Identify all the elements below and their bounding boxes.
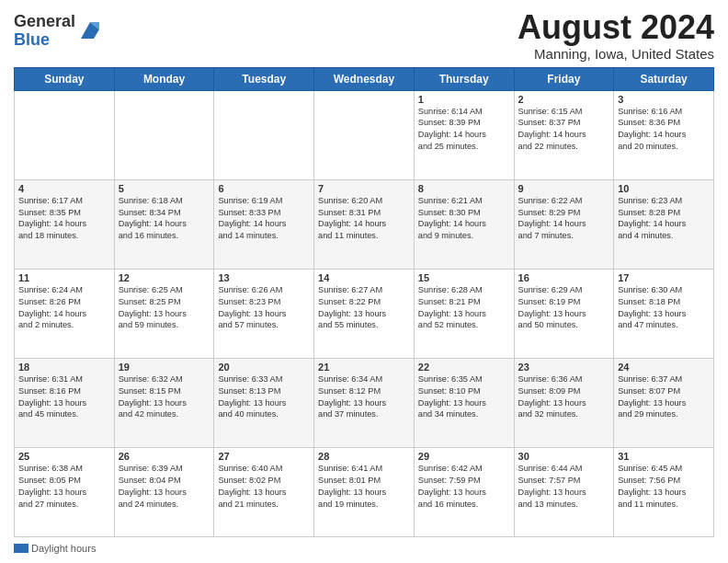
day-info: Sunrise: 6:40 AM Sunset: 8:02 PM Dayligh… [218, 463, 310, 511]
calendar-cell: 15Sunrise: 6:28 AM Sunset: 8:21 PM Dayli… [414, 269, 514, 358]
day-number: 21 [318, 362, 410, 373]
day-info: Sunrise: 6:37 AM Sunset: 8:07 PM Dayligh… [618, 373, 710, 421]
day-number: 9 [518, 183, 610, 194]
month-title: August 2024 [518, 9, 714, 46]
calendar-week-row: 18Sunrise: 6:31 AM Sunset: 8:16 PM Dayli… [15, 358, 714, 447]
day-number: 23 [518, 362, 610, 373]
weekday-header-row: SundayMondayTuesdayWednesdayThursdayFrid… [15, 67, 714, 90]
day-number: 16 [518, 272, 610, 283]
footer: Daylight hours [14, 543, 714, 554]
day-number: 27 [218, 451, 310, 462]
calendar-cell [214, 90, 314, 179]
calendar-cell: 8Sunrise: 6:21 AM Sunset: 8:30 PM Daylig… [414, 179, 514, 269]
logo-text: General Blue [14, 13, 75, 50]
calendar-cell: 16Sunrise: 6:29 AM Sunset: 8:19 PM Dayli… [514, 269, 614, 358]
day-number: 25 [18, 451, 110, 462]
calendar-cell: 10Sunrise: 6:23 AM Sunset: 8:28 PM Dayli… [614, 179, 714, 269]
day-info: Sunrise: 6:31 AM Sunset: 8:16 PM Dayligh… [18, 373, 110, 421]
day-info: Sunrise: 6:19 AM Sunset: 8:33 PM Dayligh… [218, 195, 310, 243]
calendar-week-row: 11Sunrise: 6:24 AM Sunset: 8:26 PM Dayli… [15, 269, 714, 358]
day-info: Sunrise: 6:36 AM Sunset: 8:09 PM Dayligh… [518, 373, 610, 421]
day-number: 8 [418, 183, 510, 194]
calendar-cell: 24Sunrise: 6:37 AM Sunset: 8:07 PM Dayli… [614, 358, 714, 447]
day-info: Sunrise: 6:26 AM Sunset: 8:23 PM Dayligh… [218, 284, 310, 332]
calendar-cell: 1Sunrise: 6:14 AM Sunset: 8:39 PM Daylig… [414, 90, 514, 179]
day-info: Sunrise: 6:29 AM Sunset: 8:19 PM Dayligh… [518, 284, 610, 332]
weekday-header: Friday [514, 67, 614, 90]
day-number: 30 [518, 451, 610, 462]
day-info: Sunrise: 6:21 AM Sunset: 8:30 PM Dayligh… [418, 195, 510, 243]
day-info: Sunrise: 6:17 AM Sunset: 8:35 PM Dayligh… [18, 195, 110, 243]
calendar-cell: 20Sunrise: 6:33 AM Sunset: 8:13 PM Dayli… [214, 358, 314, 447]
calendar-cell: 14Sunrise: 6:27 AM Sunset: 8:22 PM Dayli… [314, 269, 415, 358]
weekday-header: Sunday [15, 67, 115, 90]
calendar-cell: 2Sunrise: 6:15 AM Sunset: 8:37 PM Daylig… [514, 90, 614, 179]
day-number: 14 [318, 272, 410, 283]
day-number: 4 [18, 183, 110, 194]
day-info: Sunrise: 6:38 AM Sunset: 8:05 PM Dayligh… [18, 463, 110, 511]
day-info: Sunrise: 6:23 AM Sunset: 8:28 PM Dayligh… [618, 195, 710, 243]
day-number: 10 [618, 183, 710, 194]
day-number: 26 [119, 451, 210, 462]
day-info: Sunrise: 6:25 AM Sunset: 8:25 PM Dayligh… [119, 284, 210, 332]
calendar-cell: 27Sunrise: 6:40 AM Sunset: 8:02 PM Dayli… [214, 447, 314, 536]
day-info: Sunrise: 6:30 AM Sunset: 8:18 PM Dayligh… [618, 284, 710, 332]
calendar-week-row: 4Sunrise: 6:17 AM Sunset: 8:35 PM Daylig… [15, 179, 714, 269]
calendar-cell: 31Sunrise: 6:45 AM Sunset: 7:56 PM Dayli… [614, 447, 714, 536]
day-info: Sunrise: 6:41 AM Sunset: 8:01 PM Dayligh… [318, 463, 410, 511]
title-section: August 2024 Manning, Iowa, United States [518, 9, 714, 62]
legend-box [14, 544, 28, 553]
day-info: Sunrise: 6:34 AM Sunset: 8:12 PM Dayligh… [318, 373, 410, 421]
weekday-header: Saturday [614, 67, 714, 90]
day-number: 19 [119, 362, 210, 373]
day-number: 22 [418, 362, 510, 373]
calendar-cell: 18Sunrise: 6:31 AM Sunset: 8:16 PM Dayli… [15, 358, 115, 447]
day-number: 29 [418, 451, 510, 462]
day-number: 3 [618, 94, 710, 105]
weekday-header: Thursday [414, 67, 514, 90]
calendar-cell: 22Sunrise: 6:35 AM Sunset: 8:10 PM Dayli… [414, 358, 514, 447]
day-number: 12 [119, 272, 210, 283]
day-number: 7 [318, 183, 410, 194]
day-number: 20 [218, 362, 310, 373]
logo-blue-text: Blue [14, 31, 75, 50]
day-number: 28 [318, 451, 410, 462]
day-number: 1 [418, 94, 510, 105]
calendar-week-row: 25Sunrise: 6:38 AM Sunset: 8:05 PM Dayli… [15, 447, 714, 536]
day-info: Sunrise: 6:45 AM Sunset: 7:56 PM Dayligh… [618, 463, 710, 511]
day-info: Sunrise: 6:33 AM Sunset: 8:13 PM Dayligh… [218, 373, 310, 421]
day-info: Sunrise: 6:22 AM Sunset: 8:29 PM Dayligh… [518, 195, 610, 243]
calendar-cell [314, 90, 415, 179]
weekday-header: Wednesday [314, 67, 415, 90]
day-info: Sunrise: 6:14 AM Sunset: 8:39 PM Dayligh… [418, 106, 510, 154]
header: General Blue August 2024 Manning, Iowa, … [14, 9, 714, 62]
calendar-cell [114, 90, 214, 179]
day-number: 17 [618, 272, 710, 283]
calendar-cell: 30Sunrise: 6:44 AM Sunset: 7:57 PM Dayli… [514, 447, 614, 536]
day-number: 15 [418, 272, 510, 283]
calendar-cell: 11Sunrise: 6:24 AM Sunset: 8:26 PM Dayli… [15, 269, 115, 358]
calendar-cell: 3Sunrise: 6:16 AM Sunset: 8:36 PM Daylig… [614, 90, 714, 179]
day-number: 18 [18, 362, 110, 373]
calendar-cell: 4Sunrise: 6:17 AM Sunset: 8:35 PM Daylig… [15, 179, 115, 269]
calendar-cell: 12Sunrise: 6:25 AM Sunset: 8:25 PM Dayli… [114, 269, 214, 358]
day-info: Sunrise: 6:32 AM Sunset: 8:15 PM Dayligh… [119, 373, 210, 421]
day-info: Sunrise: 6:20 AM Sunset: 8:31 PM Dayligh… [318, 195, 410, 243]
location: Manning, Iowa, United States [518, 46, 714, 62]
day-number: 5 [119, 183, 210, 194]
calendar-cell: 6Sunrise: 6:19 AM Sunset: 8:33 PM Daylig… [214, 179, 314, 269]
calendar-cell: 17Sunrise: 6:30 AM Sunset: 8:18 PM Dayli… [614, 269, 714, 358]
day-info: Sunrise: 6:28 AM Sunset: 8:21 PM Dayligh… [418, 284, 510, 332]
day-info: Sunrise: 6:27 AM Sunset: 8:22 PM Dayligh… [318, 284, 410, 332]
logo: General Blue [14, 13, 103, 50]
day-number: 6 [218, 183, 310, 194]
day-number: 2 [518, 94, 610, 105]
day-info: Sunrise: 6:15 AM Sunset: 8:37 PM Dayligh… [518, 106, 610, 154]
calendar-cell: 9Sunrise: 6:22 AM Sunset: 8:29 PM Daylig… [514, 179, 614, 269]
calendar-cell: 25Sunrise: 6:38 AM Sunset: 8:05 PM Dayli… [15, 447, 115, 536]
calendar-table: SundayMondayTuesdayWednesdayThursdayFrid… [14, 67, 714, 537]
calendar-cell: 13Sunrise: 6:26 AM Sunset: 8:23 PM Dayli… [214, 269, 314, 358]
day-info: Sunrise: 6:39 AM Sunset: 8:04 PM Dayligh… [119, 463, 210, 511]
calendar-cell: 26Sunrise: 6:39 AM Sunset: 8:04 PM Dayli… [114, 447, 214, 536]
calendar-cell [15, 90, 115, 179]
